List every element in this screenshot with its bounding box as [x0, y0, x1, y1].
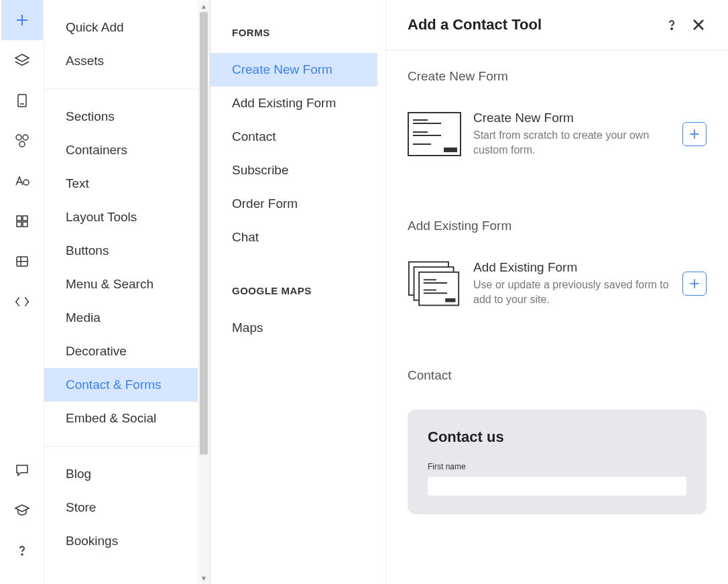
help-button-icon[interactable] [664, 17, 680, 33]
text-style-icon[interactable] [1, 161, 43, 201]
scrollbar[interactable]: ▲ ▼ [198, 0, 210, 584]
svg-point-8 [23, 180, 29, 185]
section-title-add-existing: Add Existing Form [408, 219, 707, 233]
sub-heading-maps: GOOGLE MAPS [232, 285, 385, 296]
cat-embed-social[interactable]: Embed & Social [44, 402, 198, 435]
cat-bookings[interactable]: Bookings [44, 524, 198, 558]
contact-preview-label: First name [428, 462, 686, 471]
sub-maps[interactable]: Maps [210, 311, 385, 345]
form-icon [408, 112, 461, 156]
sub-order-form[interactable]: Order Form [210, 187, 385, 221]
main-title: Add a Contact Tool [408, 16, 664, 34]
card-title: Add Existing Form [473, 260, 670, 275]
main-body: Create New Form Create New Form Start fr… [386, 50, 728, 584]
category-group-1: Quick Add Assets [44, 0, 198, 89]
grid-icon[interactable] [1, 201, 43, 241]
add-icon[interactable] [1, 0, 43, 40]
section-title-contact: Contact [408, 368, 707, 383]
subcategories-panel: FORMS Create New Form Add Existing Form … [210, 0, 386, 584]
add-create-new-form-button[interactable] [682, 122, 707, 146]
svg-point-16 [21, 554, 23, 555]
main-header: Add a Contact Tool [386, 0, 728, 50]
svg-rect-26 [444, 148, 457, 152]
sub-add-existing-form[interactable]: Add Existing Form [210, 86, 385, 120]
help-icon[interactable] [1, 530, 43, 571]
sub-heading-forms: FORMS [232, 27, 385, 38]
table-icon[interactable] [1, 241, 43, 282]
card-create-new-form: Create New Form Start from scratch to cr… [408, 111, 707, 158]
chat-icon[interactable] [1, 450, 43, 490]
cat-media[interactable]: Media [44, 301, 198, 335]
contact-form-preview[interactable]: Contact us First name [408, 410, 707, 514]
svg-point-5 [16, 135, 21, 140]
card-desc: Use or update a previously saved form to… [473, 278, 670, 308]
scrollbar-thumb[interactable] [200, 12, 208, 455]
code-icon[interactable] [1, 282, 43, 322]
forms-stack-icon [408, 261, 461, 306]
cat-store[interactable]: Store [44, 491, 198, 524]
close-icon[interactable] [690, 17, 707, 33]
svg-point-6 [23, 135, 28, 140]
icon-rail-top [0, 0, 44, 322]
svg-rect-36 [446, 299, 454, 302]
main-panel: Add a Contact Tool Create New Form [386, 0, 728, 584]
sub-chat[interactable]: Chat [210, 221, 385, 254]
svg-point-7 [19, 141, 25, 147]
sub-create-new-form[interactable]: Create New Form [210, 53, 377, 86]
cat-assets[interactable]: Assets [44, 44, 198, 78]
icon-rail-bottom [0, 450, 44, 571]
cat-containers[interactable]: Containers [44, 133, 198, 167]
cat-menu-search[interactable]: Menu & Search [44, 268, 198, 301]
category-group-2: Sections Containers Text Layout Tools Bu… [44, 89, 198, 447]
svg-rect-10 [23, 216, 27, 221]
icon-rail [0, 0, 44, 584]
cat-layout-tools[interactable]: Layout Tools [44, 200, 198, 234]
card-title: Create New Form [473, 111, 670, 125]
cat-quick-add[interactable]: Quick Add [44, 11, 198, 44]
svg-rect-11 [17, 222, 21, 227]
categories-panel: Quick Add Assets Sections Containers Tex… [44, 0, 210, 584]
cat-text[interactable]: Text [44, 167, 198, 200]
section-title-create-new: Create New Form [408, 69, 707, 84]
scrollbar-up-icon[interactable]: ▲ [198, 0, 210, 12]
sub-contact[interactable]: Contact [210, 120, 385, 154]
svg-rect-12 [23, 222, 27, 227]
learn-icon[interactable] [1, 490, 43, 530]
cat-blog[interactable]: Blog [44, 457, 198, 491]
svg-rect-9 [17, 216, 21, 221]
cat-sections[interactable]: Sections [44, 100, 198, 133]
svg-rect-3 [18, 95, 26, 107]
scrollbar-down-icon[interactable]: ▼ [198, 572, 210, 584]
add-existing-form-button[interactable] [682, 272, 707, 296]
card-add-existing-form: Add Existing Form Use or update a previo… [408, 260, 707, 308]
card-desc: Start from scratch to create your own cu… [473, 128, 670, 158]
theme-icon[interactable] [1, 121, 43, 161]
sub-subscribe[interactable]: Subscribe [210, 154, 385, 187]
svg-marker-2 [15, 54, 29, 62]
layers-icon[interactable] [1, 40, 43, 80]
svg-point-17 [671, 28, 672, 30]
cat-contact-forms[interactable]: Contact & Forms [44, 368, 198, 402]
cat-decorative[interactable]: Decorative [44, 335, 198, 368]
contact-preview-title: Contact us [428, 428, 686, 446]
category-group-3: Blog Store Bookings [44, 447, 198, 569]
pages-icon[interactable] [1, 80, 43, 121]
cat-buttons[interactable]: Buttons [44, 234, 198, 268]
contact-preview-first-name-input [428, 477, 686, 495]
